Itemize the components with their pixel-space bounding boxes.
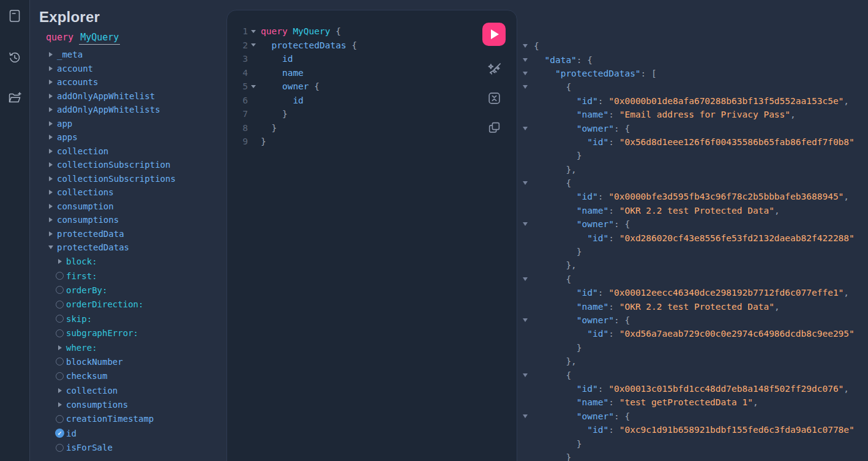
tree-row-_meta[interactable]: _meta <box>39 48 226 62</box>
new-tab-folder-icon[interactable] <box>6 89 23 107</box>
tree-row-collectionSubscription[interactable]: collectionSubscription <box>39 158 226 172</box>
editor-line: 4 name <box>227 66 517 80</box>
tree-row-creationTimestamp[interactable]: creationTimestamp <box>39 412 226 426</box>
tree-row-orderDirection[interactable]: orderDirection: <box>39 298 226 312</box>
response-code-text: { <box>534 178 571 188</box>
response-code-text: }, <box>534 165 577 174</box>
line-number: 1 <box>227 26 248 36</box>
editor-line: 8 } <box>227 121 517 135</box>
merge-fragments-icon[interactable] <box>487 91 502 106</box>
tree-row-protectedData[interactable]: protectedData <box>39 227 226 241</box>
response-token: "id" <box>587 329 608 339</box>
line-number: 7 <box>227 109 248 119</box>
editor-token: } <box>261 109 288 119</box>
response-token: "Email address for Privacy Pass" <box>619 110 790 119</box>
tree-row-collection[interactable]: collection <box>39 144 226 159</box>
tree-row-consumptions[interactable]: consumptions <box>39 397 226 411</box>
tree-row-checksum[interactable]: checksum <box>39 369 226 383</box>
response-token: "protectedDatas" <box>555 69 641 78</box>
fold-arrow-icon[interactable] <box>517 414 533 418</box>
fold-arrow-icon[interactable] <box>517 181 533 185</box>
response-token <box>534 397 577 407</box>
fold-arrow-icon[interactable] <box>248 43 258 47</box>
editor-token <box>261 54 282 64</box>
response-code-text: { <box>534 370 571 380</box>
line-number: 4 <box>227 68 248 78</box>
tree-row-consumptions[interactable]: consumptions <box>39 213 226 227</box>
query-editor-code[interactable]: 1query MyQuery {2 protectedDatas {3 id4 … <box>227 24 517 149</box>
tree-row-isForSale[interactable]: isForSale <box>39 441 226 455</box>
fold-arrow-icon[interactable] <box>248 85 258 88</box>
fold-arrow-icon[interactable] <box>517 85 533 89</box>
prettify-icon[interactable] <box>486 61 503 77</box>
response-token: , <box>844 192 849 201</box>
tree-row-skip[interactable]: skip: <box>39 312 226 326</box>
fold-arrow-icon[interactable] <box>517 44 533 48</box>
response-line: "owner": { <box>517 217 868 231</box>
response-token: "id" <box>577 384 598 394</box>
history-icon[interactable] <box>6 49 23 66</box>
response-token: : <box>598 384 608 394</box>
response-token: : { <box>614 219 630 229</box>
query-editor-pane[interactable]: 1query MyQuery {2 protectedDatas {3 id4 … <box>226 10 517 461</box>
tree-row-block[interactable]: block: <box>39 255 226 269</box>
docs-icon[interactable] <box>6 7 23 24</box>
fold-arrow-icon[interactable] <box>517 72 533 75</box>
tree-row-collectionSubscriptions[interactable]: collectionSubscriptions <box>39 172 226 186</box>
tree-row-collection[interactable]: collection <box>39 383 226 397</box>
tree-row-apps[interactable]: apps <box>39 130 226 144</box>
response-token: : { <box>614 315 630 325</box>
fold-arrow-icon[interactable] <box>517 58 533 62</box>
tree-row-consumption[interactable]: consumption <box>39 200 226 214</box>
response-code-text: } <box>534 343 582 353</box>
response-line: "name": "OKR 2.2 test Protected Data", <box>517 299 868 313</box>
response-code-text: "id": "0x00012eecc46340dce298192b7712fd6… <box>534 288 849 298</box>
response-pane[interactable]: { "data": { "protectedDatas": [ { "id": … <box>517 0 868 461</box>
response-token: "owner" <box>577 411 614 421</box>
tree-row-subgraphError[interactable]: subgraphError: <box>39 326 226 340</box>
response-token: }, <box>534 165 577 174</box>
response-code-text: } <box>534 452 571 461</box>
copy-query-icon[interactable] <box>487 120 502 135</box>
line-number: 9 <box>227 137 248 146</box>
fold-arrow-icon[interactable] <box>517 127 533 130</box>
tree-row-first[interactable]: first: <box>39 269 226 283</box>
fold-arrow-icon[interactable] <box>517 222 533 226</box>
expand-arrow-icon <box>49 66 53 71</box>
tree-row-collections[interactable]: collections <box>39 186 226 200</box>
response-line: "id": "0x0000b01de8afa670288b63bf13f5d55… <box>517 94 868 108</box>
tree-row-app[interactable]: app <box>39 117 226 131</box>
expand-arrow-icon <box>49 176 53 181</box>
fold-arrow-icon[interactable] <box>517 277 533 281</box>
response-line: }, <box>517 163 868 176</box>
tree-row-id[interactable]: ✓id <box>39 426 226 440</box>
collapse-arrow-icon <box>48 245 53 249</box>
response-token <box>534 233 587 243</box>
tree-row-label: isForSale <box>66 443 113 452</box>
tree-row-where[interactable]: where: <box>39 340 226 354</box>
explorer-title: Explorer <box>39 9 226 26</box>
expand-arrow-icon <box>49 162 53 167</box>
tree-row-account[interactable]: account <box>39 62 226 76</box>
response-token: "id" <box>577 192 598 201</box>
tree-row-addOnlyAppWhitelists[interactable]: addOnlyAppWhitelists <box>39 103 226 117</box>
fold-arrow-icon[interactable] <box>517 373 533 377</box>
response-token: : <box>608 206 619 216</box>
response-token: }, <box>534 356 577 366</box>
expand-arrow-icon <box>49 94 53 99</box>
response-token: } <box>534 151 582 160</box>
tree-row-protectedDatas[interactable]: protectedDatas <box>39 241 226 255</box>
editor-line: 1query MyQuery { <box>227 24 517 39</box>
response-token: { <box>534 274 571 284</box>
tree-row-accounts[interactable]: accounts <box>39 75 226 89</box>
execute-play-icon[interactable] <box>482 23 506 46</box>
tree-row-blockNumber[interactable]: blockNumber <box>39 354 226 369</box>
fold-arrow-icon[interactable] <box>248 30 258 33</box>
operation-name-input[interactable]: MyQuery <box>79 32 120 45</box>
response-line: { <box>517 39 868 53</box>
tree-row-addOnlyAppWhitelist[interactable]: addOnlyAppWhitelist <box>39 89 226 103</box>
response-line: "data": { <box>517 53 868 66</box>
play-triangle-icon <box>491 29 499 39</box>
tree-row-orderBy[interactable]: orderBy: <box>39 283 226 297</box>
fold-arrow-icon[interactable] <box>517 318 533 322</box>
